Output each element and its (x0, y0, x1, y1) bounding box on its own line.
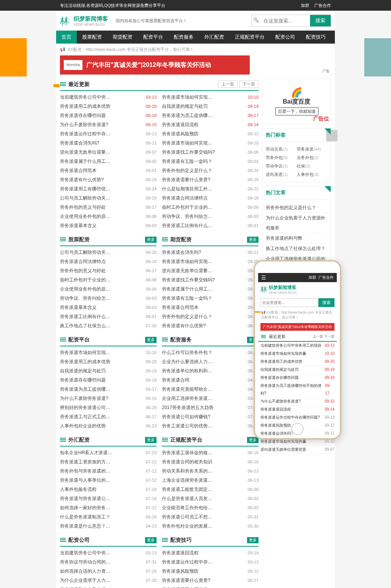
side-ad-right[interactable] (364, 38, 391, 76)
banner-ad[interactable]: TOYOTA 广汽丰田"真诚关爱"|2012年冬季顾客关怀活动 广告 (60, 55, 331, 75)
more-link[interactable]: 更多 (247, 437, 259, 443)
list-item[interactable]: 劳务派遣存在哪些问题09-18 (60, 375, 157, 385)
list-item[interactable]: 劳务派遣公司员工不想做社保怎么办?05-31 (162, 512, 259, 521)
list-item[interactable]: 为什么企业需求于人力资源外包服务？07-25 (60, 576, 157, 585)
list-item[interactable]: 劳务派遣工能签无固定期限劳动合同吗？06-08 (162, 485, 259, 494)
nav-item[interactable]: 股票配资 (77, 31, 107, 44)
phone-list-item[interactable]: 劳务派遣市场如何实现共赢10-10 (260, 350, 334, 358)
list-item[interactable]: 劳务派遣合同法律特点08-18 (162, 193, 259, 203)
logo[interactable]: 林 织梦新闻博客 DEDE NEWS BLOG (60, 15, 108, 26)
list-item[interactable]: 什么是短期项目用工外包？08-22 (162, 184, 259, 193)
phone-list-item[interactable]: 为什么不废除劳务派遣?09-15 (260, 398, 334, 406)
list-item[interactable]: 劳务外包的定义是什么？08-29 (162, 166, 259, 175)
list-item[interactable]: 劳务派遣工资发放的方法与流程07-12 (60, 457, 157, 466)
list-item[interactable]: 劳务派遣用工有哪些优点和不足?08-24 (60, 184, 157, 193)
search-button[interactable]: 搜索 (310, 15, 331, 26)
list-item[interactable]: 劳务派遣退回流程09-14 (162, 120, 259, 129)
list-item[interactable]: 企业用工选择劳务派遣公司的几大好处03-19 (162, 394, 259, 403)
list-item[interactable]: 劳动争议、劳务纠纷怎么解决？08-03 (60, 294, 157, 303)
list-item[interactable]: 劳务派遣市场如何实现共赢10-10 (60, 348, 157, 357)
list-item[interactable]: 劳务派遣用工的成本优势09-20 (60, 357, 157, 366)
list-item[interactable]: 2017劳务派遣的五大趋势07-10 (162, 403, 259, 412)
phone-link[interactable]: 广告合作 (318, 275, 334, 279)
nav-item[interactable]: 配资平台 (138, 31, 168, 44)
nav-item[interactable]: 期货配资 (107, 31, 138, 44)
list-item[interactable]: 劳务派遣公司如何赚钱?07-07 (162, 412, 259, 421)
list-item[interactable]: 企业使用业务外包的原因有哪些?08-06 (60, 284, 157, 294)
list-item[interactable]: 临时工外包对于企业的优势?08-08 (60, 275, 157, 284)
list-item[interactable]: 劳务派遣风险预防09-12 (162, 567, 259, 576)
search-input[interactable] (260, 15, 310, 26)
list-item[interactable]: 劳务派遣运作过程中存在哪些问题?09-13 (60, 129, 157, 138)
list-item[interactable]: 劳务派遣需要什么资质?08-25 (162, 175, 259, 184)
phone-list-item[interactable]: 劳务派遣风险预防09-12 (260, 422, 334, 430)
list-item[interactable]: 劳务协议与劳动合同的区别有哪些?07-31 (60, 557, 157, 567)
list-item[interactable]: 劳务派遣市场如何实现共赢09-10 (162, 257, 259, 266)
phone-list-item[interactable]: 劳务派遣市场如何实现共赢09-10 (260, 438, 334, 446)
prev-page[interactable]: 上一页 (218, 81, 238, 88)
nav-item[interactable]: 配资公司 (270, 31, 301, 44)
list-item[interactable]: 劳务派遣需要什么资质?08-27 (162, 576, 259, 585)
list-item[interactable]: 为什么不废除劳务派遣?09-15 (60, 394, 157, 403)
phone-list-item[interactable]: 当前建筑劳务公司中劳务用工的现状03-13 (260, 342, 334, 350)
list-item[interactable]: 劳务派遣和中介及人经的区别有哪些？06-23 (60, 585, 157, 588)
sidebar-article[interactable]: 为什么企业热衷于人力资源外包服务 (266, 213, 328, 233)
phone-list-item[interactable]: 劳务派遣为员工提供哪些你不知的便利?09-17 (260, 382, 334, 398)
list-item[interactable]: 劳动争议、劳务纠纷怎么解决？08-03 (162, 212, 259, 221)
sidebar-article[interactable]: 劳务外包的定义是什么？ (266, 203, 328, 213)
list-item[interactable]: 劳务派遣市场如何实现共赢09-10 (162, 138, 259, 148)
list-item[interactable]: 什么工作可以劳务外包？06-12 (162, 348, 259, 357)
phone-list-item[interactable]: 逆向派遣无效单位需要担责09-07 (260, 446, 334, 454)
nav-item[interactable]: 配资技巧 (301, 31, 331, 44)
close-all-ads[interactable]: 关闭所有广告 (53, 84, 60, 87)
list-item[interactable]: 劳务派遣风险预防09-12 (162, 129, 259, 138)
tag-link[interactable]: 社保(2) (297, 162, 328, 170)
list-item[interactable]: 劳务派遣用工的成本优势09-20 (60, 102, 157, 111)
list-item[interactable]: 劳务派遣基本含义08-03 (60, 221, 157, 230)
list-item[interactable]: 劳动关系和劳务关系的区别06-13 (162, 466, 259, 476)
phone-list-item[interactable]: 劳务派遣会消失吗?09-11 (260, 430, 334, 438)
list-item[interactable]: 劳务外包的定义是什么？08-29 (162, 312, 259, 321)
list-item[interactable]: 劳务派遣有五险一金吗？09-03 (162, 294, 259, 303)
list-item[interactable]: 劳务外包的意义与好处08-17 (60, 203, 157, 212)
list-item[interactable]: 公司与员工解除劳动关系，赔偿金是百...08-20 (60, 193, 157, 203)
list-item[interactable]: 如何选择一家好的劳务外包公司07-12 (60, 503, 157, 512)
phone-list-item[interactable]: 劳务派遣退回流程09-14 (260, 406, 334, 414)
list-item[interactable]: 换工作地点了社保怎么处理？07-30 (60, 321, 157, 330)
list-item[interactable]: 劳务派遣市场如何实现共赢10-10 (162, 93, 259, 102)
tag-link[interactable]: 逆向派遣(1) (266, 170, 297, 179)
list-item[interactable]: 劳务派遣工比例有什么规定08-01 (60, 312, 157, 321)
list-item[interactable]: 劳务派遣工比例有什么规定08-01 (162, 221, 259, 230)
list-item[interactable]: 劳务派遣基本含义08-03 (60, 303, 157, 312)
list-item[interactable]: 劳务派遣有什么优势?08-28 (60, 175, 157, 184)
list-item[interactable]: 劳务派遣有什么优势?08-28 (162, 321, 259, 330)
sidebar-article[interactable]: 劳务派遣的利与弊 (266, 233, 328, 244)
list-item[interactable]: 什么是劳务派遣人员发生工伤应该怎么办?06-02 (162, 494, 259, 503)
list-item[interactable]: 逆向派遣无效单位需要担责09-07 (162, 266, 259, 275)
list-item[interactable]: 劳务派遣合同的相关知识06-15 (162, 457, 259, 466)
list-item[interactable]: 劳务派遣工退休金的核算方法06-16 (162, 448, 259, 457)
list-item[interactable]: 劳务派遣存在哪些问题09-18 (60, 111, 157, 120)
list-item[interactable]: 劳务派遣合同范本09-01 (60, 166, 157, 175)
nav-item[interactable]: 首页 (56, 31, 77, 44)
list-item[interactable]: 劳务外包对企业的发展带来什么好处05-30 (162, 521, 259, 531)
list-item[interactable]: 劳务派遣与劳务派遣公司合作需要注意哪些?07-18 (60, 494, 157, 503)
list-item[interactable]: 劳务外包的意义与好处08-17 (60, 266, 157, 275)
more-link[interactable]: 更多 (247, 237, 259, 243)
list-item[interactable]: 什么是劳务派遣制员工？06-28 (60, 512, 157, 521)
phone-banner[interactable]: 广汽丰田"真诚关爱"2012年冬季顾客关怀活动 (260, 323, 334, 331)
list-item[interactable]: 劳务派遣与人事单位的关系07-12 (60, 476, 157, 485)
list-item[interactable]: 企业使用业务外包的原因有哪些?08-06 (60, 212, 157, 221)
phone-list-item[interactable]: 劳务派遣用工的成本优势09-20 (260, 358, 334, 366)
phone-pager[interactable]: 上一页 下一页 (313, 334, 334, 339)
list-item[interactable]: 劳务派遣工与正式工的区别06-27 (60, 412, 157, 421)
phone-search-input[interactable] (260, 298, 318, 307)
list-item[interactable]: 劳务派遣单位的权利和义务05-03 (162, 366, 259, 375)
more-link[interactable]: 更多 (145, 237, 157, 243)
list-item[interactable]: 上海企业选择劳务派遣公司的重要方面06-13 (162, 476, 259, 485)
list-item[interactable]: 劳务派遣用工有哪些优点和不足?08-24 (162, 585, 259, 588)
next-page[interactable]: 下一页 (239, 81, 259, 88)
list-item[interactable]: 劳务派遣会消失吗?09-11 (60, 138, 157, 148)
phone-link[interactable]: 加群 (309, 275, 316, 279)
list-item[interactable]: 逆向派遣无效单位需要担责09-07 (60, 148, 157, 157)
